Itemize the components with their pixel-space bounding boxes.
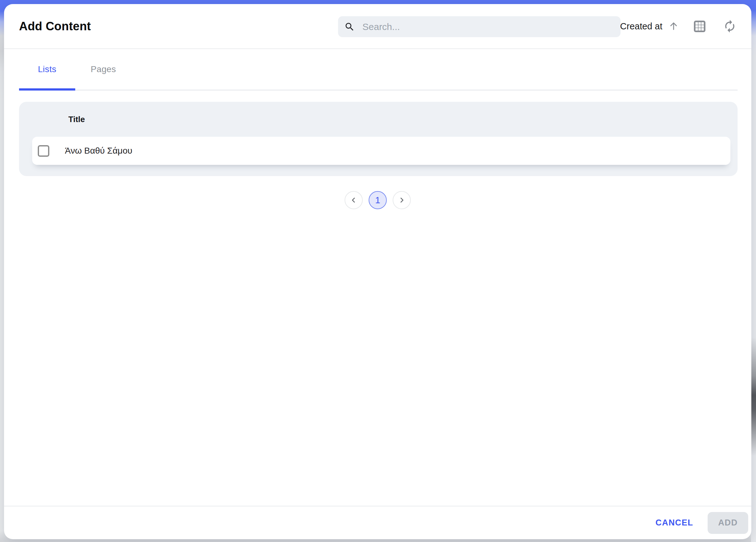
page-right-edge-scroll-strip (751, 0, 756, 542)
tab-bar: Lists Pages (19, 49, 738, 91)
tab-pages-label: Pages (91, 64, 116, 74)
page-number-current[interactable]: 1 (369, 191, 387, 209)
dialog-footer: CANCEL ADD (4, 506, 751, 539)
sort-field-label[interactable]: Created at (620, 21, 662, 32)
tab-pages[interactable]: Pages (75, 49, 131, 90)
empty-content-area (4, 209, 751, 506)
table-header: Title (19, 102, 738, 137)
previous-page-button[interactable] (345, 191, 363, 209)
chevron-right-icon (398, 196, 405, 204)
page-title: Add Content (19, 20, 91, 33)
dialog-header: Add Content Created at (4, 4, 751, 49)
search-bar[interactable] (338, 16, 621, 37)
grid-view-icon[interactable] (694, 20, 706, 32)
add-content-dialog: Add Content Created at (4, 4, 751, 539)
cancel-button[interactable]: CANCEL (651, 515, 698, 531)
row-checkbox[interactable] (38, 145, 49, 157)
add-button[interactable]: ADD (708, 512, 748, 534)
search-input[interactable] (362, 21, 614, 32)
tab-lists[interactable]: Lists (19, 49, 75, 90)
sort-ascending-icon[interactable] (668, 21, 679, 32)
search-icon (344, 22, 355, 32)
pagination: 1 (4, 191, 751, 209)
next-page-button[interactable] (393, 191, 411, 209)
table-row[interactable]: Άνω Βαθύ Σάμου (32, 137, 730, 165)
row-title: Άνω Βαθύ Σάμου (65, 146, 132, 156)
screen-background: Add Content Created at (0, 0, 756, 542)
refresh-icon[interactable] (723, 19, 737, 33)
title-column-header: Title (68, 115, 85, 124)
tab-lists-label: Lists (38, 64, 56, 74)
chevron-left-icon (350, 196, 357, 204)
header-controls: Created at (620, 4, 737, 48)
lists-table-panel: Title Άνω Βαθύ Σάμου (19, 102, 738, 176)
active-tab-indicator (19, 88, 75, 91)
